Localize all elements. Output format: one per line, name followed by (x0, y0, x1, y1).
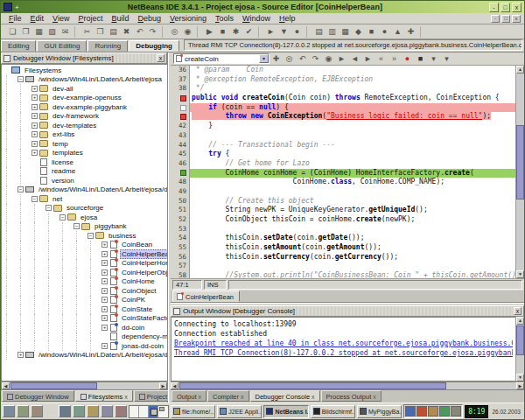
menu-item-project[interactable]: Project (74, 14, 107, 23)
line-gutter[interactable]: 46 (171, 159, 190, 169)
menu-item-help[interactable]: Help (275, 14, 300, 23)
tree-node-coinhelperhome[interactable]: +CoinHelperHome (2, 259, 167, 269)
undo-icon[interactable]: ↶ (134, 26, 145, 38)
task-button-netbeans-i[interactable]: NetBeans I... (263, 405, 308, 418)
collapse-icon[interactable]: − (46, 205, 52, 211)
pin-icon[interactable] (4, 55, 10, 62)
code-line-42[interactable]: 42 } (171, 122, 515, 131)
forward-icon[interactable]: ► (362, 53, 374, 65)
expand-icon[interactable]: + (32, 113, 38, 119)
explorer-header[interactable]: Debugger Window [Filesystems] x (1, 52, 167, 64)
output-tab-compiler[interactable]: Compilerx (207, 390, 249, 402)
workspace-tab-gui-editing[interactable]: GUI Editing (37, 40, 87, 52)
code-line-41[interactable]: throw new CoinException("Business logic … (171, 112, 515, 122)
line-gutter[interactable]: 42 (171, 122, 190, 131)
add-icon[interactable]: ✚ (405, 26, 416, 38)
scroll-left-icon[interactable]: ◀ (171, 382, 178, 389)
menu-item-versioning[interactable]: Versioning (165, 14, 211, 23)
close-button[interactable]: x (512, 3, 522, 12)
collapse-icon[interactable]: − (60, 214, 66, 220)
expand-icon[interactable]: + (32, 141, 38, 147)
home-folder-icon[interactable] (87, 405, 99, 417)
save-all-icon[interactable]: ▧ (46, 26, 58, 38)
collapse-icon[interactable]: − (74, 223, 80, 229)
tree-node-windows-win4lin-ldaten-larbeit-ejosa-dev-example-piggybank[interactable]: +/windows/Win4Lin/LDaten/LArbeit/ejosa/d… (2, 351, 167, 360)
line-gutter[interactable]: 53 (171, 225, 190, 234)
workspace-tab-debugging[interactable]: Debugging (129, 40, 179, 52)
scroll-down-icon[interactable]: ▼ (516, 374, 524, 382)
konqueror-icon[interactable] (73, 405, 85, 417)
tree-node-coinhelperbean[interactable]: +CoinHelperBean (2, 249, 167, 259)
workspace-tab-editing[interactable]: Editing (1, 40, 36, 52)
output-scroll-track-h[interactable] (178, 382, 516, 389)
editor-scroll-track[interactable] (516, 74, 524, 270)
grid-icon[interactable]: ■ (366, 26, 377, 38)
disabled-breakpoint-icon[interactable] (180, 105, 186, 111)
expand-icon[interactable]: + (102, 343, 108, 349)
expand-icon[interactable]: + (102, 315, 108, 321)
view1-icon[interactable]: ▤ (313, 26, 325, 38)
props-icon[interactable]: ◆ (353, 26, 364, 38)
find-icon[interactable]: ◎ (284, 53, 295, 65)
scroll-up-icon[interactable]: ▲ (516, 317, 524, 325)
expand-icon[interactable]: + (102, 297, 108, 303)
code-line-40[interactable]: if (coin == null) { (171, 103, 515, 113)
line-gutter[interactable]: 36 (171, 66, 190, 75)
editor-tab-coinhelperbean[interactable]: CoinHelperBean (172, 290, 240, 302)
panel-tab-filesystems[interactable]: Filesystemsx (75, 390, 133, 402)
expand-icon[interactable]: + (32, 104, 38, 110)
scroll-down-icon[interactable]: ▼ (516, 270, 524, 278)
output-tab-process-output[interactable]: Process Outputx (321, 390, 382, 402)
tab-close-icon[interactable]: x (241, 394, 244, 400)
debugger-console-text[interactable]: Connecting to localhost:13909Connection … (171, 317, 515, 382)
task-button-bildschirmf[interactable]: Bildschirmf... (311, 405, 355, 418)
line-gutter[interactable]: 37 (171, 75, 190, 85)
collapse-icon[interactable]: − (32, 196, 38, 202)
klipper-icon[interactable] (405, 406, 416, 416)
stop-icon[interactable]: ■ (415, 53, 426, 65)
expand-icon[interactable]: + (32, 94, 38, 101)
execute-icon[interactable]: ✔ (243, 26, 255, 38)
breakpoint-icon[interactable]: ● (291, 26, 303, 38)
code-line-52[interactable]: 52 CoinObject thisCoin = coinHome.create… (171, 215, 515, 225)
line-gutter[interactable]: 49 (171, 187, 190, 197)
scroll-right-icon[interactable]: ▶ (516, 382, 524, 389)
menu-item-window[interactable]: Window (238, 14, 275, 23)
expand-icon[interactable]: + (32, 122, 38, 129)
mdi-restore-icon[interactable]: □ (501, 15, 510, 23)
code-line-47[interactable]: CoinHome coinHome = (CoinHome) HomeInter… (171, 169, 515, 178)
pager-desktop-4[interactable] (158, 406, 168, 417)
tree-node-dev-framework[interactable]: +dev-framework (2, 112, 167, 122)
tree-node-ext-libs[interactable]: +ext-libs (2, 130, 167, 140)
pager-desktop-1[interactable] (130, 406, 139, 417)
chevron-down-icon[interactable]: ▾ (259, 54, 269, 63)
line-gutter[interactable]: 57 (171, 262, 190, 271)
tree-node-dd-coin[interactable]: +dd-coin (2, 323, 167, 332)
tree-node-ejosa[interactable]: −ejosa (2, 213, 167, 222)
expand-icon[interactable]: + (102, 260, 108, 266)
run-debug-icon[interactable]: ► (265, 26, 276, 38)
code-line-58[interactable]: 58 //System.out.println("CoinBusinessBea… (171, 271, 515, 278)
new-file-icon[interactable]: ❏ (7, 26, 18, 38)
line-gutter[interactable]: 45 (171, 150, 190, 159)
tree-node-coinstatefactory[interactable]: +CoinStateFactory (2, 314, 167, 324)
line-gutter[interactable]: 52 (171, 215, 190, 225)
line-gutter[interactable]: 48 (171, 178, 190, 187)
scroll-left-icon[interactable]: ◀ (2, 382, 10, 389)
tree-node-dev-example-piggybank[interactable]: +dev-example-piggybank (2, 102, 167, 112)
menu-item-edit[interactable]: Edit (26, 14, 49, 23)
maximize-button[interactable]: □ (500, 3, 510, 12)
output-horizontal-scrollbar[interactable]: ◀ ▶ (171, 382, 524, 390)
output-line-4[interactable]: Thread RMI TCP Connection(8)-127.0.0.2 s… (174, 348, 513, 358)
tree-scroll-thumb[interactable] (10, 382, 97, 389)
tree-node-dev-example-openuss[interactable]: +dev-example-openuss (2, 94, 167, 103)
delete-icon[interactable]: ✖ (121, 26, 132, 38)
help-app-icon[interactable] (115, 405, 127, 417)
build-all-icon[interactable]: ✱ (230, 26, 242, 38)
code-line-44[interactable]: 44 // --- Transactional begin --- (171, 141, 515, 150)
expand-icon[interactable]: + (102, 306, 108, 312)
line-gutter[interactable] (171, 94, 190, 103)
output-line-3[interactable]: Breakpoint reached at line 40 in class n… (174, 339, 513, 348)
tree-node-coinhome[interactable]: +CoinHome (2, 277, 167, 287)
tree-node-license[interactable]: license (2, 158, 167, 167)
